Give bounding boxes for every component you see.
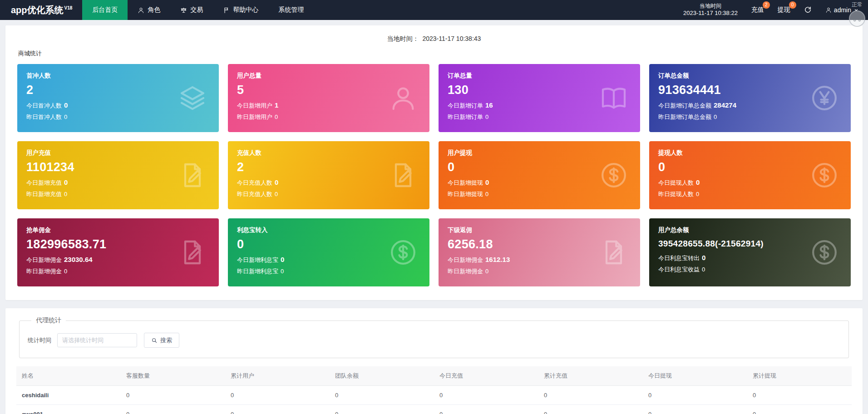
stat-line-value: 0 xyxy=(64,191,67,197)
withdraw-badge: 0 xyxy=(789,1,796,9)
stat-card-sub-rebate: 下级返佣 6256.18 今日新增佣金1612.13 昨日新增佣金0 xyxy=(439,218,640,286)
stat-line-value: 0 xyxy=(64,113,67,120)
app-title: app优化系统 xyxy=(11,5,64,15)
cell-value: 0 xyxy=(434,405,538,414)
stat-title: 用户总余额 xyxy=(658,226,842,234)
menu-item-trade[interactable]: 交易 xyxy=(170,0,213,20)
stat-title: 用户总量 xyxy=(237,72,420,80)
col-header-total-recharge: 累计充值 xyxy=(538,366,643,386)
section-title-mall-stats: 商城统计 xyxy=(5,47,863,64)
cell-value: 0 xyxy=(330,386,434,405)
search-button[interactable]: 搜索 xyxy=(144,333,179,348)
menu-item-label: 帮助中心 xyxy=(233,6,258,14)
stat-line-value: 0 xyxy=(275,113,278,120)
table-header-row: 姓名 客服数量 累计用户 团队余额 今日充值 累计充值 今日提现 累计提现 xyxy=(16,366,852,386)
withdraw-button[interactable]: 提现 0 xyxy=(778,6,790,14)
user-dropdown[interactable]: admin xyxy=(825,6,859,14)
stat-line-label: 昨日首冲人数 xyxy=(26,113,62,120)
stat-title: 抢单佣金 xyxy=(26,226,210,234)
stat-line-value: 0 xyxy=(275,191,278,197)
stat-card-total-orders: 订单总量 130 今日新增订单16 昨日新增订单0 xyxy=(439,64,640,132)
menu-item-label: 交易 xyxy=(190,6,203,14)
stat-line-label: 今日提现人数 xyxy=(658,179,694,186)
stat-line-label: 今日新增佣金 xyxy=(448,256,483,263)
person-icon xyxy=(825,7,832,13)
menu-item-system[interactable]: 系统管理 xyxy=(268,0,314,20)
scale-icon xyxy=(180,7,187,14)
cell-value: 0 xyxy=(538,405,643,414)
chevron-down-icon xyxy=(853,7,859,13)
agent-stats-legend: 代理统计 xyxy=(31,316,66,325)
dollar-icon xyxy=(810,238,839,267)
stat-line-value: 0 xyxy=(485,113,488,120)
stat-line-value: 16 xyxy=(485,101,493,109)
agent-table-wrap: 姓名 客服数量 累计用户 团队余额 今日充值 累计充值 今日提现 累计提现 ce… xyxy=(16,366,852,414)
stat-cards-grid: 首冲人数 2 今日首冲人数0 昨日首冲人数0 用户总量 5 今日新增用户1 昨日… xyxy=(5,64,863,299)
page-time-value: 2023-11-17 10:38:43 xyxy=(422,35,481,42)
yen-icon xyxy=(810,84,839,113)
stat-line-value: 0 xyxy=(702,266,705,273)
edit-doc-icon xyxy=(599,238,628,267)
stat-line-label: 今日新增订单 xyxy=(448,102,483,109)
table-row[interactable]: ceshidaili 0 0 0 0 0 0 0 xyxy=(16,386,852,405)
stat-card-order-amount: 订单总金额 913634441 今日新增订单总金额284274 昨日新增订单总金… xyxy=(649,64,851,132)
stat-title: 用户提现 xyxy=(448,149,631,157)
local-time-value: 2023-11-17 10:38:22 xyxy=(683,10,738,17)
stat-line-value: 0 xyxy=(714,113,717,120)
main-menu: 后台首页 角色 交易 帮助中心 系统管理 xyxy=(82,0,314,20)
flag-icon xyxy=(223,7,230,14)
stat-line-value: 23030.64 xyxy=(64,256,93,263)
search-icon xyxy=(151,337,158,344)
stat-line-value: 0 xyxy=(485,268,488,275)
cell-value: 0 xyxy=(330,405,434,414)
local-time-block: 当地时间 2023-11-17 10:38:22 xyxy=(683,3,738,17)
stat-card-total-users: 用户总量 5 今日新增用户1 昨日新增用户0 xyxy=(228,64,429,132)
search-button-label: 搜索 xyxy=(160,336,172,345)
recharge-badge: 2 xyxy=(763,1,770,9)
agent-filter-form: 统计时间 搜索 xyxy=(28,333,840,348)
stat-line-label: 昨日新增提现 xyxy=(448,191,483,197)
cell-value: 0 xyxy=(538,386,643,405)
edit-doc-icon xyxy=(178,238,207,267)
app-version: V18 xyxy=(64,5,73,10)
stat-line-label: 今日新增佣金 xyxy=(26,256,62,263)
book-icon xyxy=(599,84,628,113)
stat-title: 充值人数 xyxy=(237,149,420,157)
stat-card-recharge-users: 充值人数 2 今日充值人数0 昨日充值人数0 xyxy=(228,141,429,209)
stat-line-value: 0 xyxy=(696,191,699,197)
stat-line-label: 今日利息宝收益 xyxy=(658,266,700,273)
stat-card-user-recharge: 用户充值 1101234 今日新增充值0 昨日新增充值0 xyxy=(17,141,219,209)
stat-line-value: 0 xyxy=(696,178,700,186)
user-icon xyxy=(389,84,418,113)
withdraw-label: 提现 xyxy=(778,6,790,13)
stat-card-withdraw-users: 提现人数 0 今日提现人数0 昨日提现人数0 xyxy=(649,141,851,209)
navbar-right: 当地时间 2023-11-17 10:38:22 充值 2 提现 0 admin xyxy=(683,3,868,17)
stat-time-input[interactable] xyxy=(57,333,137,347)
menu-item-help[interactable]: 帮助中心 xyxy=(213,0,268,20)
cell-value: 0 xyxy=(643,386,747,405)
table-row[interactable]: qwe001 0 0 0 0 0 0 0 xyxy=(16,405,852,414)
stat-title: 提现人数 xyxy=(658,149,842,157)
agent-table: 姓名 客服数量 累计用户 团队余额 今日充值 累计充值 今日提现 累计提现 ce… xyxy=(16,366,852,414)
recharge-button[interactable]: 充值 2 xyxy=(751,6,764,14)
stat-line-value: 0 xyxy=(275,178,278,186)
app-logo[interactable]: app优化系统V18 xyxy=(0,4,82,16)
refresh-icon[interactable] xyxy=(804,6,812,14)
stat-line-label: 今日新增充值 xyxy=(26,179,62,186)
stat-card-user-withdraw: 用户提现 0 今日新增提现0 昨日新增提现0 xyxy=(439,141,640,209)
stat-line-label: 今日新增提现 xyxy=(448,179,483,186)
col-header-total-withdraw: 累计提现 xyxy=(747,366,852,386)
menu-item-dashboard[interactable]: 后台首页 xyxy=(82,0,128,20)
dollar-icon xyxy=(810,161,839,190)
stat-line-label: 今日新增订单总金额 xyxy=(658,102,711,109)
menu-item-label: 系统管理 xyxy=(278,6,304,14)
stat-line-value: 0 xyxy=(485,178,489,186)
col-header-service-count: 客服数量 xyxy=(121,366,225,386)
stat-card-order-commission: 抢单佣金 182996583.71 今日新增佣金23030.64 昨日新增佣金0 xyxy=(17,218,219,286)
stat-title: 首冲人数 xyxy=(26,72,210,80)
menu-item-roles[interactable]: 角色 xyxy=(128,0,170,20)
cell-value: 0 xyxy=(643,405,747,414)
col-header-today-withdraw: 今日提现 xyxy=(643,366,747,386)
menu-item-label: 角色 xyxy=(148,6,160,14)
cell-name: ceshidaili xyxy=(16,386,121,405)
